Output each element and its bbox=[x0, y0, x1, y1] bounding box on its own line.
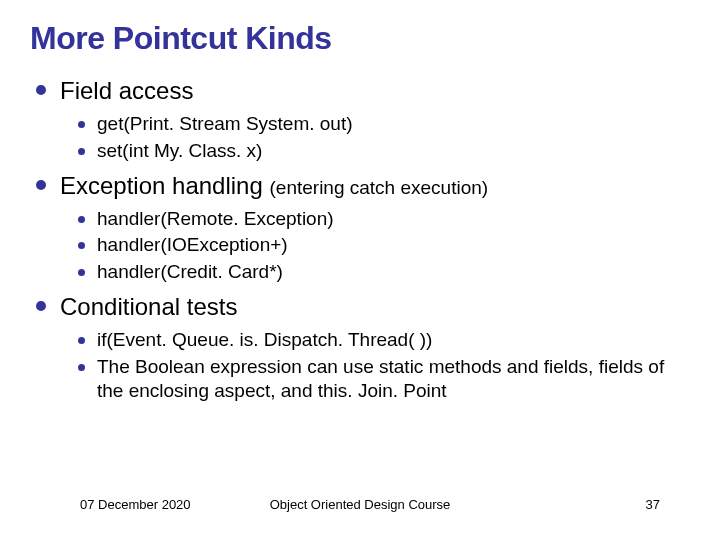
list-item: Field access bbox=[36, 75, 690, 106]
sub-item-text: set(int My. Class. x) bbox=[97, 139, 262, 164]
bullet-icon bbox=[36, 301, 46, 311]
bullet-icon bbox=[78, 148, 85, 155]
list-item: The Boolean expression can use static me… bbox=[78, 355, 690, 404]
section-field-access: Field access get(Print. Stream System. o… bbox=[36, 75, 690, 164]
heading-main: Exception handling bbox=[60, 172, 263, 199]
sub-item-text: The Boolean expression can use static me… bbox=[97, 355, 677, 404]
sub-item-text: handler(Remote. Exception) bbox=[97, 207, 334, 232]
list-item: handler(Credit. Card*) bbox=[78, 260, 690, 285]
section-exception-handling: Exception handling (entering catch execu… bbox=[36, 170, 690, 285]
list-item: handler(Remote. Exception) bbox=[78, 207, 690, 232]
bullet-icon bbox=[36, 180, 46, 190]
bullet-icon bbox=[78, 242, 85, 249]
heading-paren: (entering catch execution) bbox=[270, 177, 489, 198]
section-heading: Conditional tests bbox=[60, 291, 237, 322]
sub-item-text: get(Print. Stream System. out) bbox=[97, 112, 353, 137]
bullet-icon bbox=[78, 337, 85, 344]
section-heading: Exception handling (entering catch execu… bbox=[60, 170, 488, 201]
list-item: if(Event. Queue. is. Dispatch. Thread( )… bbox=[78, 328, 690, 353]
footer-page-number: 37 bbox=[646, 497, 660, 512]
slide-title: More Pointcut Kinds bbox=[30, 20, 690, 57]
sub-item-text: handler(Credit. Card*) bbox=[97, 260, 283, 285]
sub-item-text: if(Event. Queue. is. Dispatch. Thread( )… bbox=[97, 328, 432, 353]
bullet-icon bbox=[78, 121, 85, 128]
list-item: Conditional tests bbox=[36, 291, 690, 322]
list-item: handler(IOException+) bbox=[78, 233, 690, 258]
bullet-icon bbox=[36, 85, 46, 95]
slide-content: Field access get(Print. Stream System. o… bbox=[30, 75, 690, 404]
bullet-icon bbox=[78, 216, 85, 223]
list-item: get(Print. Stream System. out) bbox=[78, 112, 690, 137]
footer-date: 07 December 2020 bbox=[80, 497, 191, 512]
list-item: Exception handling (entering catch execu… bbox=[36, 170, 690, 201]
bullet-icon bbox=[78, 364, 85, 371]
section-conditional-tests: Conditional tests if(Event. Queue. is. D… bbox=[36, 291, 690, 404]
slide-footer: 07 December 2020 Object Oriented Design … bbox=[0, 497, 720, 512]
list-item: set(int My. Class. x) bbox=[78, 139, 690, 164]
bullet-icon bbox=[78, 269, 85, 276]
section-heading: Field access bbox=[60, 75, 193, 106]
sub-item-text: handler(IOException+) bbox=[97, 233, 288, 258]
